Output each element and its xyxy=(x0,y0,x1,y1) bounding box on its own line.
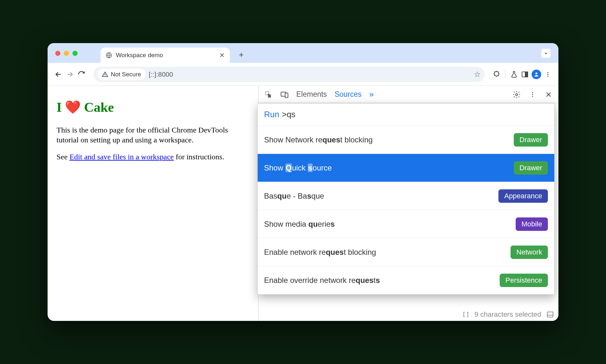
close-devtools-button[interactable] xyxy=(544,90,553,99)
content-area: I ❤️ Cake This is the demo page for the … xyxy=(48,86,558,321)
menu-button[interactable] xyxy=(544,70,552,79)
command-row[interactable]: Show Quick sourceDrawer xyxy=(258,154,554,182)
kebab-icon xyxy=(545,71,551,78)
security-label: Not Secure xyxy=(111,71,141,78)
heart-icon: ❤️ xyxy=(65,99,81,116)
command-menu: Run >qs Show Network request blockingDra… xyxy=(257,103,555,295)
panel-icon xyxy=(521,71,529,78)
person-icon xyxy=(534,72,539,77)
profile-button[interactable] xyxy=(532,70,541,79)
tab-elements[interactable]: Elements xyxy=(296,90,327,99)
settings-button[interactable] xyxy=(512,90,521,99)
svg-point-6 xyxy=(547,76,548,77)
window-controls xyxy=(55,51,78,56)
webpage: I ❤️ Cake This is the demo page for the … xyxy=(48,86,258,321)
labs-button[interactable] xyxy=(510,70,518,79)
inspect-icon xyxy=(265,91,272,98)
url-text: [::]:8000 xyxy=(149,71,173,78)
tab-title: Workspace demo xyxy=(116,52,163,59)
brackets-icon xyxy=(462,311,469,318)
status-bar: 9 characters selected xyxy=(462,308,554,321)
reload-button[interactable] xyxy=(77,70,86,79)
command-row[interactable]: Enable override network requestsPersiste… xyxy=(258,266,554,294)
devtools-tabbar: Elements Sources » xyxy=(259,86,558,103)
svg-point-5 xyxy=(547,74,548,75)
tab-sources[interactable]: Sources xyxy=(335,90,361,99)
title-bar: Workspace demo ✕ + xyxy=(48,43,558,63)
category-badge: Drawer xyxy=(514,133,548,147)
category-badge: Network xyxy=(511,246,548,259)
command-input-row[interactable]: Run >qs xyxy=(258,103,554,126)
globe-icon xyxy=(106,52,112,58)
browser-toolbar: Not Secure [::]:8000 ☆ xyxy=(48,63,558,86)
layout-icon xyxy=(546,311,554,318)
heading-suffix: Cake xyxy=(84,99,114,116)
new-tab-button[interactable]: + xyxy=(239,50,244,60)
svg-point-13 xyxy=(532,96,533,97)
svg-point-11 xyxy=(532,92,533,93)
p2-pre: See xyxy=(57,153,70,161)
command-query: >qs xyxy=(282,110,296,119)
svg-rect-2 xyxy=(525,72,528,77)
bookmark-button[interactable]: ☆ xyxy=(474,70,481,79)
status-text: 9 characters selected xyxy=(474,310,541,319)
arrow-right-icon xyxy=(66,70,74,79)
warning-icon xyxy=(102,71,108,78)
inspect-button[interactable] xyxy=(264,90,273,99)
devtools-menu-button[interactable] xyxy=(528,90,537,99)
command-label: Enable network request blocking xyxy=(264,248,376,257)
svg-point-12 xyxy=(532,94,533,95)
reload-icon xyxy=(78,71,85,78)
category-badge: Drawer xyxy=(514,161,548,175)
flask-icon xyxy=(510,71,518,78)
devices-icon xyxy=(280,90,289,99)
page-heading: I ❤️ Cake xyxy=(57,99,249,116)
browser-tab[interactable]: Workspace demo ✕ xyxy=(101,48,230,63)
maximize-window-button[interactable] xyxy=(72,51,78,56)
kebab-icon xyxy=(529,91,536,98)
command-row[interactable]: Enable network request blockingNetwork xyxy=(258,238,554,266)
paragraph-2: See Edit and save files in a workspace f… xyxy=(57,152,249,162)
command-label: Show Network request blocking xyxy=(264,135,373,144)
chevron-down-icon xyxy=(544,51,548,56)
device-toggle-button[interactable] xyxy=(280,90,289,99)
svg-point-3 xyxy=(535,72,537,74)
command-row[interactable]: Show media queriesMobile xyxy=(258,210,554,238)
puzzle-icon xyxy=(493,71,500,78)
category-badge: Mobile xyxy=(516,217,548,231)
separator xyxy=(505,70,505,79)
gear-icon xyxy=(512,90,521,99)
close-window-button[interactable] xyxy=(55,51,60,56)
command-label: Show Quick source xyxy=(264,163,332,172)
workspace-link[interactable]: Edit and save files in a workspace xyxy=(70,153,174,161)
browser-window: Workspace demo ✕ + Not Secure [::]:8000 … xyxy=(48,43,558,321)
command-row[interactable]: Show Network request blockingDrawer xyxy=(258,126,554,154)
more-tabs-button[interactable]: » xyxy=(369,89,374,99)
arrow-left-icon xyxy=(54,70,63,79)
category-badge: Appearance xyxy=(498,189,548,203)
paragraph-1: This is the demo page for the official C… xyxy=(57,125,249,145)
back-button[interactable] xyxy=(54,70,63,79)
forward-button[interactable] xyxy=(65,70,74,79)
sidepanel-button[interactable] xyxy=(521,70,529,79)
category-badge: Persistence xyxy=(500,274,548,287)
devtools-panel: Elements Sources » Run >qs Show Network … xyxy=(258,86,558,321)
command-label: Basque - Basque xyxy=(264,192,324,201)
close-tab-icon[interactable]: ✕ xyxy=(219,51,225,59)
close-icon xyxy=(545,91,552,98)
heading-prefix: I xyxy=(57,99,62,116)
p2-post: for instructions. xyxy=(174,153,224,161)
svg-rect-9 xyxy=(285,93,288,97)
svg-rect-14 xyxy=(547,312,553,317)
tabs-dropdown-button[interactable] xyxy=(541,49,551,58)
command-label: Enable override network requests xyxy=(264,276,380,285)
address-bar[interactable]: Not Secure [::]:8000 ☆ xyxy=(94,67,485,82)
svg-point-10 xyxy=(516,93,518,95)
security-chip[interactable]: Not Secure xyxy=(97,69,146,80)
run-label: Run xyxy=(264,110,279,119)
svg-point-4 xyxy=(547,72,548,73)
command-row[interactable]: Basque - BasqueAppearance xyxy=(258,182,554,210)
minimize-window-button[interactable] xyxy=(64,51,69,56)
extensions-button[interactable] xyxy=(492,70,501,79)
command-label: Show media queries xyxy=(264,220,335,229)
